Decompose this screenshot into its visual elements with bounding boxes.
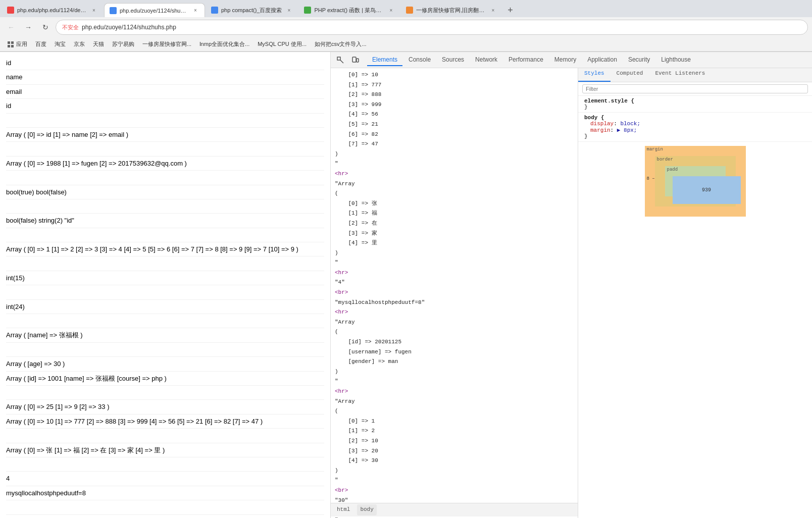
device-toolbar-button[interactable] <box>349 54 362 67</box>
styles-rule-element: element.style { } <box>578 96 812 113</box>
bookmark-tmall[interactable]: 天猫 <box>90 39 107 49</box>
html-line-23: <br> <box>331 288 578 298</box>
back-button[interactable]: ← <box>4 20 18 34</box>
bookmark-apps[interactable]: 应用 <box>4 39 30 49</box>
bookmarks-bar: 应用 百度 淘宝 京东 天猫 苏宁易购 一修房屋快修官网... lnmp全面优化… <box>0 37 812 51</box>
line-empty5 <box>6 228 324 242</box>
svg-rect-4 <box>337 57 340 60</box>
devtools-tab-network[interactable]: Network <box>470 54 502 66</box>
tab-2[interactable]: php.edu/zuoye/1124/shuzhu... × <box>104 3 205 17</box>
breadcrumb-body[interactable]: body <box>357 504 376 515</box>
tab-label-2: php.edu/zuoye/1124/shuzhu... <box>120 8 188 14</box>
devtools-tab-application[interactable]: Application <box>582 54 622 66</box>
html-line-29: [username] => fugen <box>331 347 578 357</box>
html-breadcrumb: html body <box>331 503 578 516</box>
box-content-value: 939 <box>702 187 711 193</box>
margin-label: margin <box>647 147 663 152</box>
html-line-1: [0] => 10 <box>331 70 578 80</box>
html-line-24: "mysqllocalhostphpeduutf=8" <box>331 298 578 308</box>
html-line-28: [id] => 20201125 <box>331 337 578 347</box>
tab-favicon-1 <box>7 7 14 14</box>
browser-chrome: php.edu/php.edu/1124/demo... × php.edu/z… <box>0 0 812 52</box>
bookmark-csv[interactable]: 如何把csv文件导入... <box>312 39 370 49</box>
styles-prop-display: display: block; <box>584 121 806 127</box>
line-id2: id <box>6 99 324 113</box>
html-line-40: [4] => 30 <box>331 456 578 466</box>
tab-3[interactable]: php compact()_百度搜索 × <box>206 3 298 17</box>
styles-pane: Styles Computed Event Listeners element.… <box>578 68 812 518</box>
forward-button[interactable]: → <box>21 20 35 34</box>
styles-rule-body: body { display: block; margin: ▶ 8px; } <box>578 113 812 142</box>
styles-filter-input[interactable] <box>582 84 808 93</box>
html-line-4: [3] => 999 <box>331 100 578 110</box>
refresh-button[interactable]: ↻ <box>38 20 53 34</box>
styles-subtab-event-listeners[interactable]: Event Listeners <box>649 68 711 82</box>
bookmark-lnmp-label: lnmp全面优化集合... <box>199 40 249 48</box>
html-line-33: <hr> <box>331 387 578 397</box>
html-line-43: <br> <box>331 486 578 496</box>
padding-label: padd <box>667 167 678 172</box>
bookmark-taobao[interactable]: 淘宝 <box>52 39 69 49</box>
line-empty7 <box>6 285 324 299</box>
tab-4[interactable]: PHP extract() 函数 | 菜鸟教程 × <box>299 3 400 17</box>
line-bool2: bool(false) string(2) "id" <box>6 214 324 228</box>
inspect-element-button[interactable] <box>334 54 347 67</box>
line-array4: Array ( [name] => 张福根 ) <box>6 328 324 342</box>
tab-close-5[interactable]: × <box>489 6 497 14</box>
devtools-tab-performance[interactable]: Performance <box>503 54 548 66</box>
tab-favicon-2 <box>110 7 117 14</box>
line-empty6 <box>6 256 324 271</box>
new-tab-button[interactable]: + <box>503 3 517 17</box>
html-line-22: "4" <box>331 278 578 288</box>
tab-1[interactable]: php.edu/php.edu/1124/demo... × <box>2 3 103 17</box>
tab-5[interactable]: 一修房屋快修官网,旧房翻新,墙... × <box>401 3 502 17</box>
devtools-panel: Elements Console Sources Network Perform… <box>331 52 812 518</box>
bookmark-yixiu[interactable]: 一修房屋快修官网... <box>139 39 194 49</box>
styles-selector-body: body { <box>584 115 806 121</box>
html-pane: [0] => 10 [1] => 777 [2] => 888 [3] => 9… <box>331 68 578 518</box>
bookmark-jd[interactable]: 京东 <box>71 39 88 49</box>
devtools-tab-memory[interactable]: Memory <box>549 54 581 66</box>
bookmark-mysql[interactable]: MySQL CPU 使用... <box>255 39 310 49</box>
devtools-tab-elements[interactable]: Elements <box>367 54 402 66</box>
tab-close-4[interactable]: × <box>387 6 395 14</box>
line-bool1: bool(true) bool(false) <box>6 185 324 199</box>
line-array10: Array ( [id] => 20201125 [username] => f… <box>6 515 324 519</box>
devtools-tab-security[interactable]: Security <box>623 54 655 66</box>
tab-label-1: php.edu/php.edu/1124/demo... <box>17 7 87 13</box>
devtools-tab-sources[interactable]: Sources <box>437 54 469 66</box>
html-line-35: ( <box>331 406 578 417</box>
line-4a: 4 <box>6 472 324 486</box>
line-array8: Array ( [0] => 10 [1] => 777 [2] => 888 … <box>6 415 324 429</box>
tab-close-2[interactable]: × <box>191 7 199 15</box>
html-line-15: [1] => 福 <box>331 209 578 219</box>
breadcrumb-html[interactable]: html <box>334 504 353 515</box>
line-int24: int(24) <box>6 300 324 314</box>
url-bar[interactable]: 不安全 php.edu/zuoye/1124/shuzhuhs.php <box>56 20 808 35</box>
line-empty12 <box>6 457 324 472</box>
html-line-41: ) <box>331 466 578 476</box>
devtools-tab-console[interactable]: Console <box>403 54 436 66</box>
page-content: id name email id Array ( [0] => id [1] =… <box>0 52 331 518</box>
styles-subtab-styles[interactable]: Styles <box>578 68 611 82</box>
styles-filter-container <box>578 82 812 96</box>
tab-label-4: PHP extract() 函数 | 菜鸟教程 <box>314 7 384 14</box>
line-array6: Array ( [id] => 1001 [name] => 张福根 [cour… <box>6 372 324 386</box>
line-email: email <box>6 85 324 99</box>
styles-subtab-computed[interactable]: Computed <box>611 68 649 82</box>
devtools-content: [0] => 10 [1] => 777 [2] => 888 [3] => 9… <box>331 68 812 518</box>
html-line-32: " <box>331 377 578 387</box>
url-text: php.edu/zuoye/1124/shuzhuhs.php <box>82 24 176 31</box>
tab-favicon-4 <box>304 7 311 14</box>
line-array2: Array ( [0] => 1988 [1] => fugen [2] => … <box>6 157 324 171</box>
tab-close-3[interactable]: × <box>285 6 293 14</box>
html-line-17: [3] => 家 <box>331 229 578 239</box>
devtools-tab-lighthouse[interactable]: Lighthouse <box>656 54 696 66</box>
bookmark-baidu[interactable]: 百度 <box>32 39 49 49</box>
tab-close-1[interactable]: × <box>90 6 98 14</box>
html-line-6: [5] => 21 <box>331 120 578 130</box>
bookmark-suning[interactable]: 苏宁易购 <box>109 39 137 49</box>
bookmark-lnmp[interactable]: lnmp全面优化集合... <box>196 39 252 49</box>
svg-rect-2 <box>8 45 10 47</box>
line-empty3 <box>6 171 324 185</box>
